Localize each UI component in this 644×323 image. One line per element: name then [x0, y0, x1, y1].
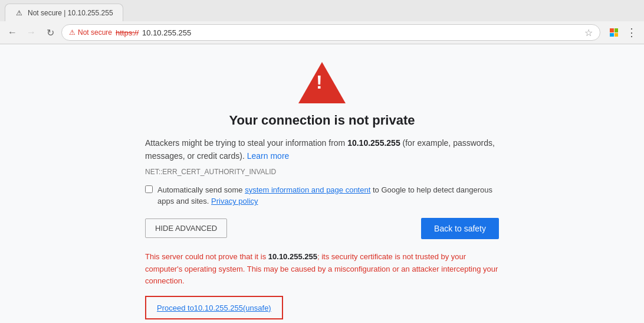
address-bar-row: ← → ↻ ⚠ Not secure https://10.10.255.255… [0, 21, 644, 44]
learn-more-link[interactable]: Learn more [247, 151, 290, 161]
browser-tab[interactable]: ⚠ Not secure | 10.10.255.255 [5, 4, 123, 21]
buttons-row: HIDE ADVANCED Back to safety [145, 218, 499, 239]
reload-button[interactable]: ↻ [42, 25, 58, 40]
checkbox-prefix: Automatically send some [157, 185, 245, 194]
url-domain: 10.10.255.255 [142, 28, 191, 37]
advanced-prefix: This server could not prove that it is [145, 252, 268, 261]
proceed-link-box[interactable]: Proceed to10.10.255.255(unsafe) [145, 296, 283, 319]
tab-title: Not secure | 10.10.255.255 [28, 9, 113, 17]
bookmark-icon[interactable]: ☆ [584, 27, 593, 38]
checkbox-row: Automatically send some system informati… [145, 184, 499, 207]
windows-icon-button[interactable] [606, 25, 622, 40]
privacy-policy-link[interactable]: Privacy policy [211, 197, 258, 205]
windows-logo-icon [610, 28, 618, 37]
url-https: https:// [116, 28, 139, 37]
not-secure-icon: ⚠ [69, 28, 75, 37]
system-info-checkbox[interactable] [145, 185, 153, 193]
menu-button[interactable]: ⋮ [624, 25, 639, 40]
error-container: Your connection is not private Attackers… [145, 62, 499, 319]
toolbar-right: ⋮ [606, 25, 639, 40]
back-button[interactable]: ← [5, 25, 20, 40]
menu-dots-icon: ⋮ [626, 26, 637, 39]
error-title: Your connection is not private [145, 113, 499, 128]
forward-button[interactable]: → [24, 25, 39, 40]
back-to-safety-button[interactable]: Back to safety [421, 218, 499, 239]
address-bar[interactable]: ⚠ Not secure https://10.10.255.255 ☆ [61, 24, 600, 41]
description-domain: 10.10.255.255 [347, 138, 400, 148]
security-warning: ⚠ Not secure [69, 28, 112, 37]
warning-icon-wrap [145, 62, 499, 103]
tab-favicon-icon: ⚠ [15, 9, 23, 17]
browser-chrome: ⚠ Not secure | 10.10.255.255 ← → ↻ ⚠ Not… [0, 0, 644, 44]
proceed-link[interactable]: Proceed to10.10.255.255(unsafe) [157, 304, 271, 312]
advanced-domain: 10.10.255.255 [268, 252, 317, 261]
error-code: NET::ERR_CERT_AUTHORITY_INVALID [145, 168, 276, 176]
not-secure-label: Not secure [78, 28, 112, 37]
description-prefix: Attackers might be trying to steal your … [145, 138, 347, 148]
system-info-link[interactable]: system information and page content [245, 185, 370, 194]
error-description: Attackers might be trying to steal your … [145, 136, 499, 163]
advanced-text: This server could not prove that it is 1… [145, 251, 499, 288]
tab-bar: ⚠ Not secure | 10.10.255.255 [0, 0, 644, 21]
hide-advanced-button[interactable]: HIDE ADVANCED [145, 218, 227, 238]
checkbox-label: Automatically send some system informati… [157, 184, 499, 207]
page-content: Your connection is not private Attackers… [0, 44, 644, 323]
warning-triangle-icon [298, 62, 346, 103]
